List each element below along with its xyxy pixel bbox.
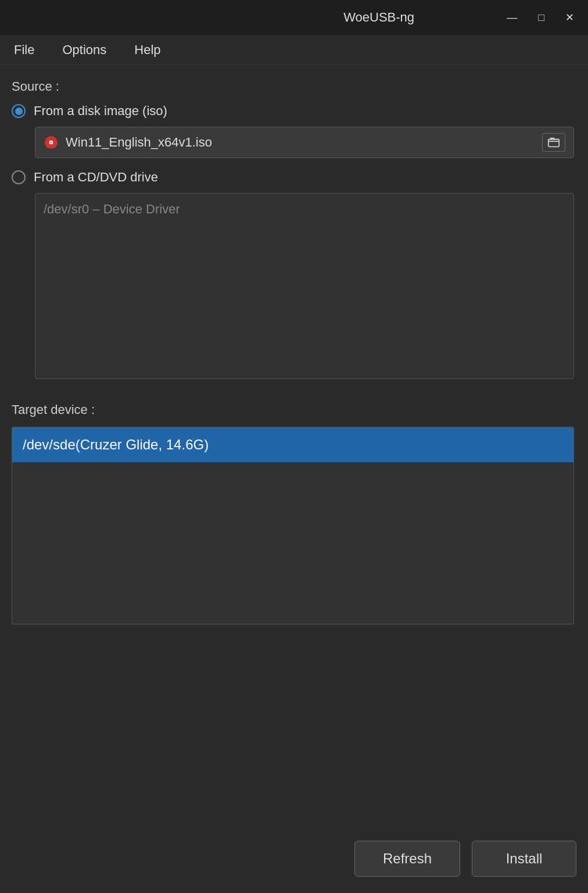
iso-filename: Win11_English_x64v1.iso [66, 135, 535, 150]
browse-icon [547, 136, 560, 149]
radio-iso-dot [15, 108, 23, 115]
titlebar-controls: — □ ✕ [502, 10, 579, 25]
titlebar: WoeUSB-ng — □ ✕ [0, 0, 588, 35]
menubar: File Options Help [0, 35, 588, 65]
source-label: Source : [12, 79, 576, 94]
radio-iso[interactable] [12, 104, 26, 118]
target-device-list[interactable]: /dev/sde(Cruzer Glide, 14.6G) [12, 427, 574, 624]
radio-row-dvd: From a CD/DVD drive [12, 170, 576, 185]
footer: Refresh Install [0, 829, 588, 893]
dvd-placeholder: /dev/sr0 – Device Driver [44, 202, 180, 216]
target-section: Target device : /dev/sde(Cruzer Glide, 1… [12, 402, 576, 624]
menu-file[interactable]: File [9, 40, 39, 60]
menu-help[interactable]: Help [130, 40, 165, 60]
content-area: Source : From a disk image (iso) Win11_E… [0, 65, 588, 829]
minimize-button[interactable]: — [502, 10, 522, 25]
svg-rect-3 [548, 140, 559, 147]
svg-point-2 [50, 141, 52, 143]
radio-dvd[interactable] [12, 170, 26, 184]
radio-row-iso: From a disk image (iso) [12, 103, 576, 119]
install-button[interactable]: Install [472, 841, 576, 877]
radio-dvd-label: From a CD/DVD drive [34, 170, 158, 185]
refresh-button[interactable]: Refresh [354, 841, 460, 877]
radio-iso-label: From a disk image (iso) [34, 103, 167, 119]
target-label: Target device : [12, 402, 576, 417]
main-window: WoeUSB-ng — □ ✕ File Options Help Source… [0, 0, 588, 893]
browse-button[interactable] [542, 133, 565, 152]
dvd-list[interactable]: /dev/sr0 – Device Driver [35, 193, 574, 379]
target-device-item[interactable]: /dev/sde(Cruzer Glide, 14.6G) [12, 427, 573, 462]
close-button[interactable]: ✕ [561, 10, 579, 25]
maximize-button[interactable]: □ [533, 10, 549, 25]
menu-options[interactable]: Options [58, 40, 111, 60]
iso-file-field: Win11_English_x64v1.iso [35, 127, 574, 158]
disc-icon [44, 135, 59, 150]
window-title: WoeUSB-ng [256, 10, 502, 25]
